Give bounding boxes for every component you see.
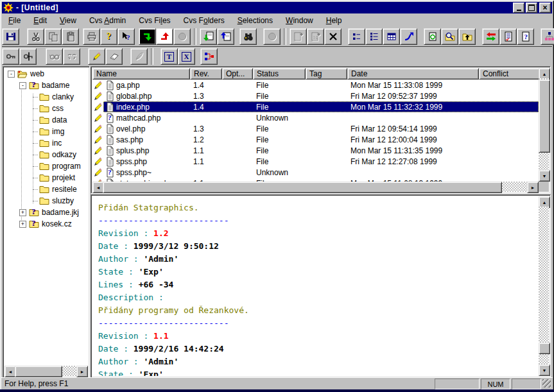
column-header-tag[interactable]: Tag [306,68,347,80]
resize-grip[interactable] [542,379,551,388]
menu-window[interactable]: Window [279,15,320,26]
minimize-button[interactable] [513,3,524,13]
column-header-rev[interactable]: Rev. [190,68,222,80]
menu-view[interactable]: View [53,15,83,26]
expand-toggle[interactable]: + [19,209,26,216]
file-row-mathcad-php[interactable]: ?mathcad.phpUnknown [92,112,539,123]
menu-selections[interactable]: Selections [231,15,279,26]
scrollbar-thumb[interactable] [103,182,502,193]
file-row-ovel-php[interactable]: ovel.php1.3FileFri Mar 12 09:54:14 1999 [92,123,539,134]
checkout-module-button[interactable] [200,28,217,45]
delete-file-button[interactable] [324,28,342,45]
tree-item-sluzby[interactable]: sluzby [4,195,88,207]
tree-item-css[interactable]: css [4,103,88,114]
modules-list-button[interactable] [499,28,517,45]
tree-item-program[interactable]: program [4,160,88,172]
column-header-date[interactable]: Date [347,68,479,80]
collapse-toggle[interactable]: - [19,82,26,89]
column-header-opt[interactable]: Opt... [222,68,253,80]
edit-file-button[interactable] [88,48,105,65]
cvs-log-output[interactable]: Přidán Statgraphics.--------------------… [92,196,539,376]
collapse-toggle[interactable]: - [8,71,15,78]
smart-list-view-button[interactable] [348,28,365,45]
scrollbar-track[interactable] [539,207,549,366]
report-view-button[interactable] [383,28,400,45]
tree-item-odkazy[interactable]: odkazy [4,149,88,160]
column-header-name[interactable]: Name [92,68,190,80]
document-icon [105,91,115,101]
reload-view-button[interactable] [424,28,441,45]
maximize-button[interactable] [526,3,537,13]
tree-item-inc[interactable]: inc [4,137,88,149]
pencil-icon [93,124,103,134]
scroll-right-button[interactable]: ► [76,366,88,377]
flat-list-view-button[interactable] [365,28,383,45]
tree-item-clanky[interactable]: clanky [4,91,88,103]
column-header-conflict[interactable]: Conflict [479,68,539,80]
tree-item-kosek-cz[interactable]: +?kosek.cz [4,218,88,230]
commit-button[interactable] [156,28,173,45]
branch-graph-button[interactable] [200,48,218,65]
tree-item-data[interactable]: data [4,114,88,126]
letter-x-icon: X [182,51,192,62]
scrollbar-thumb[interactable] [539,80,550,153]
svg-text:?: ? [524,33,528,40]
file-row-splus-php[interactable]: splus.php1.1FileMon Mar 15 11:31:35 1999 [92,145,539,156]
tree-item-img[interactable]: img [4,126,88,137]
reload-icon [428,31,438,42]
save-button[interactable] [2,28,19,45]
app-icon[interactable] [3,3,13,13]
scrollbar-thumb[interactable] [15,366,62,377]
scroll-right-button[interactable]: ► [527,182,539,193]
scroll-down-button[interactable]: ▼ [539,364,550,376]
macros-button[interactable] [541,28,554,45]
output-vertical-scrollbar[interactable]: ▲ ▼ [539,196,549,376]
file-row-spss-php[interactable]: ?spss.php~Unknown [92,167,539,178]
file-row-index-php[interactable]: index.php1.4FileMon Mar 15 11:32:32 1999 [92,101,539,112]
text-tag-button[interactable]: T [160,48,178,65]
synchronize-button[interactable] [482,28,499,45]
tree-item-web[interactable]: -web [4,68,88,80]
checkout-icon [203,31,214,42]
tree-item-resitele[interactable]: resitele [4,183,88,195]
menu-cvs-folders[interactable]: Cvs Folders [177,15,231,26]
context-help-button[interactable]: ? [117,28,135,45]
search-button[interactable] [239,28,257,45]
file-row-global-php[interactable]: global.php1.3FileFri Mar 12 09:52:37 199… [92,90,539,101]
scroll-down-button[interactable]: ▼ [539,170,550,182]
menu-edit[interactable]: Edit [27,15,53,26]
tree-horizontal-scrollbar[interactable]: ◄ ► [4,366,88,376]
up-folder-button[interactable] [458,28,476,45]
tree-item-projekt[interactable]: projekt [4,172,88,183]
list-vertical-scrollbar[interactable]: ▲ ▼ [539,68,549,182]
file-row-spss-php[interactable]: spss.php1.1FileFri Mar 12 12:27:08 1999 [92,156,539,167]
import-module-button[interactable] [217,28,234,45]
list-horizontal-scrollbar[interactable]: ◄ ► [92,182,539,192]
about-help-button[interactable]: ? [100,28,117,45]
help-icon: ? [104,31,114,42]
scrollbar-thumb[interactable] [539,343,550,354]
graph-view-button[interactable] [400,28,417,45]
tree-item-badame-jkj[interactable]: +?badame.jkj [4,207,88,218]
query-update-button[interactable]: ? [517,28,534,45]
menu-cvs-files[interactable]: Cvs Files [132,15,177,26]
column-header-status[interactable]: Status [253,68,306,80]
menu-file[interactable]: File [2,15,27,26]
tree-item-badame[interactable]: -?badame [4,80,88,91]
document-icon [105,157,115,167]
menu-cvs-admin[interactable]: Cvs Admin [83,15,132,26]
text-untag-button[interactable]: X [178,48,195,65]
logout-button[interactable] [19,48,37,65]
menu-help[interactable]: Help [320,15,349,26]
macro-tree-icon [544,31,554,42]
update-button[interactable] [139,28,156,45]
close-button[interactable]: × [539,3,551,13]
tree-item-label: css [52,104,64,113]
unedit-file-button[interactable] [105,48,123,65]
file-row-ga-php[interactable]: ga.php1.4FileMon Mar 15 11:33:08 1999 [92,80,539,90]
login-button[interactable] [2,48,19,65]
expand-toggle[interactable]: + [19,221,26,228]
file-row-sas-php[interactable]: sas.php1.2FileFri Mar 12 12:00:04 1999 [92,134,539,145]
explore-folder-button[interactable] [441,28,458,45]
file-name-cell: sas.php [92,135,190,145]
